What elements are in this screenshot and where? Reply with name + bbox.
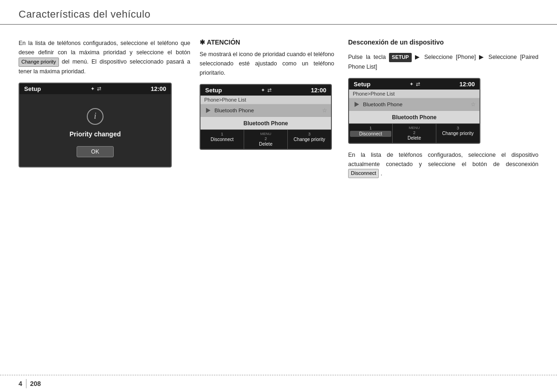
screen-time-2: 12:00 [311, 87, 326, 94]
screen-btn-delete-2[interactable]: MENU 2 Delete [244, 130, 287, 149]
screen-icons-1: ✦ ⇄ [91, 86, 101, 92]
footer-page-number: 4 [19, 380, 22, 387]
screen-btn-changepriority-3[interactable]: 3 Change priority [436, 124, 479, 143]
screen-list-item-3: Bluetooth Phone ☆ [349, 98, 479, 111]
ok-button[interactable]: OK [77, 146, 113, 157]
screen-bottom-bar-2: 1 Disconnect MENU 2 Delete 3 Change prio… [201, 129, 331, 149]
content-area: En la lista de teléfonos configurados, s… [0, 25, 557, 187]
screen-sub-item-2: Bluetooth Phone [201, 117, 331, 129]
connect-icon-3: ⇄ [416, 81, 420, 87]
attention-paragraph: Se mostrará el icono de prioridad cuando… [200, 50, 334, 77]
screen-topbar-2: Setup ✦ ⇄ 12:00 [201, 85, 331, 96]
screen-title-1: Setup [24, 85, 41, 92]
screen-btn-disconnect-3[interactable]: 1 Disconnect [349, 124, 392, 143]
page-footer: 4 208 [0, 375, 557, 392]
screen-breadcrumb-2: Phone>Phone List [201, 96, 331, 104]
page-title: Características del vehículo [19, 8, 150, 20]
bluetooth-icon-2: ✦ [261, 87, 265, 93]
screen-title-2: Setup [205, 87, 222, 94]
connect-icon-1: ⇄ [97, 86, 101, 92]
mid-column: ✱ ATENCIÓN Se mostrará el icono de prior… [190, 39, 334, 178]
device-screen-phonelist-2: Setup ✦ ⇄ 12:00 Phone>Phone List Bluetoo… [348, 78, 480, 144]
right-column: Desconexión de un dispositivo Pulse la t… [334, 39, 538, 178]
page-header: Características del vehículo [0, 0, 557, 25]
left-paragraph: En la lista de teléfonos configurados, s… [19, 39, 190, 76]
screen-body-3: Phone>Phone List Bluetooth Phone ☆ Bluet… [349, 90, 479, 123]
right-para-disconnect: En la lista de teléfonos configurados, s… [348, 150, 538, 179]
screen-list-item-2: Bluetooth Phone ☆ [201, 104, 331, 117]
screen-icons-3: ✦ ⇄ [409, 81, 420, 87]
screen-btn-changepriority-2[interactable]: 3 Change priority [287, 130, 331, 149]
bluetooth-icon-3: ✦ [409, 81, 414, 87]
right-para-setup: Pulse la tecla SETUP ▶ Seleccione [Phone… [348, 52, 538, 71]
screen-sub-item-3: Bluetooth Phone [349, 111, 479, 123]
disconnect-inline-button[interactable]: Disconnect [348, 169, 379, 178]
info-icon: i [87, 108, 104, 125]
screen-title-3: Setup [354, 81, 370, 88]
svg-marker-1 [355, 102, 359, 107]
svg-marker-0 [206, 108, 211, 113]
section-heading-right: Desconexión de un dispositivo [348, 39, 538, 46]
screen-topbar-3: Setup ✦ ⇄ 12:00 [349, 79, 479, 90]
screen-topbar-1: Setup ✦ ⇄ 12:00 [19, 84, 171, 94]
left-column: En la lista de teléfonos configurados, s… [19, 39, 190, 178]
play-icon-2 [204, 107, 212, 114]
screen-btn-disconnect-2[interactable]: 1 Disconnect [201, 130, 244, 149]
screen-body-2: Phone>Phone List Bluetooth Phone ☆ Bluet… [201, 96, 331, 129]
list-item-label-3: Bluetooth Phone [363, 102, 402, 107]
bluetooth-icon-1: ✦ [91, 86, 95, 92]
screen-time-3: 12:00 [460, 81, 475, 88]
connect-icon-2: ⇄ [267, 87, 272, 93]
play-icon-3 [353, 101, 360, 108]
screen-btn-delete-3[interactable]: MENU 2 Delete [392, 124, 436, 143]
priority-changed-text: Priority changed [29, 130, 162, 138]
star-icon-3: ☆ [471, 101, 476, 108]
screen-breadcrumb-3: Phone>Phone List [349, 90, 479, 98]
change-priority-button[interactable]: Change priority [19, 58, 59, 67]
attention-heading: ✱ ATENCIÓN [200, 39, 334, 46]
setup-button[interactable]: SETUP [389, 53, 412, 62]
screen-time-1: 12:00 [151, 85, 166, 92]
device-screen-phonelist-1: Setup ✦ ⇄ 12:00 Phone>Phone List Bluetoo… [200, 84, 332, 150]
screen-body-1: i Priority changed OK [19, 94, 171, 167]
screen-bottom-bar-3: 1 Disconnect MENU 2 Delete 3 Change prio… [349, 123, 479, 143]
footer-divider [26, 379, 26, 388]
device-screen-priority: Setup ✦ ⇄ 12:00 i Priority changed OK [19, 83, 172, 167]
list-item-label-2: Bluetooth Phone [214, 108, 254, 113]
star-icon-2: ☆ [322, 107, 327, 114]
screen-icons-2: ✦ ⇄ [261, 87, 272, 93]
footer-sub-number: 208 [30, 380, 41, 387]
